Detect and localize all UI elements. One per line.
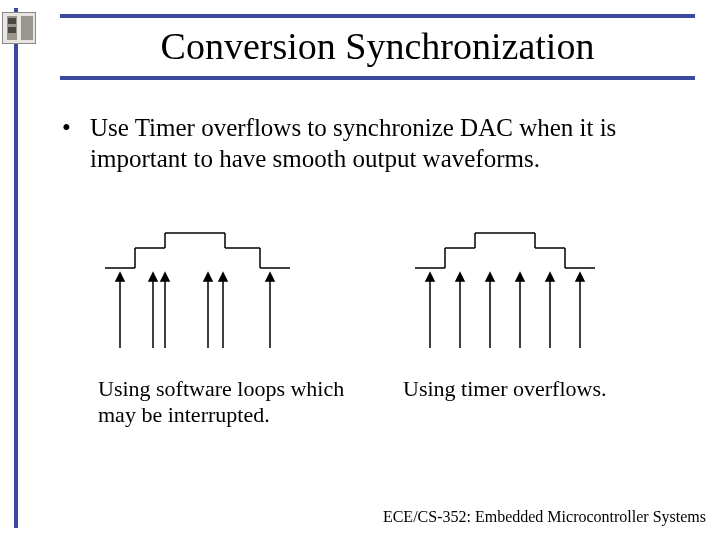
vertical-rule [14, 8, 18, 528]
svg-marker-20 [266, 273, 274, 281]
svg-marker-35 [486, 273, 494, 281]
captions: Using software loops which may be interr… [98, 376, 658, 429]
bullet-text: Use Timer overflows to synchronize DAC w… [90, 112, 682, 175]
svg-marker-10 [116, 273, 124, 281]
chip-logo [2, 12, 36, 44]
waveform-diagrams [105, 218, 665, 368]
caption-left: Using software loops which may be interr… [98, 376, 373, 429]
diagrams [105, 218, 665, 368]
svg-marker-18 [219, 273, 227, 281]
rule-top [60, 14, 695, 18]
slide: Conversion Synchronization • Use Timer o… [0, 0, 720, 540]
waveform-left [105, 233, 290, 348]
svg-marker-12 [149, 273, 157, 281]
svg-marker-39 [546, 273, 554, 281]
caption-right: Using timer overflows. [403, 376, 606, 429]
body-area: • Use Timer overflows to synchronize DAC… [62, 112, 682, 175]
bullet-item: • Use Timer overflows to synchronize DAC… [62, 112, 682, 175]
svg-marker-33 [456, 273, 464, 281]
slide-title: Conversion Synchronization [60, 20, 695, 74]
svg-marker-16 [204, 273, 212, 281]
footer-text: ECE/CS-352: Embedded Microcontroller Sys… [383, 508, 706, 526]
title-box: Conversion Synchronization [60, 14, 695, 80]
bullet-dot: • [62, 112, 90, 175]
svg-marker-14 [161, 273, 169, 281]
svg-marker-31 [426, 273, 434, 281]
waveform-right [415, 233, 595, 348]
svg-marker-37 [516, 273, 524, 281]
svg-marker-41 [576, 273, 584, 281]
rule-bottom [60, 76, 695, 80]
